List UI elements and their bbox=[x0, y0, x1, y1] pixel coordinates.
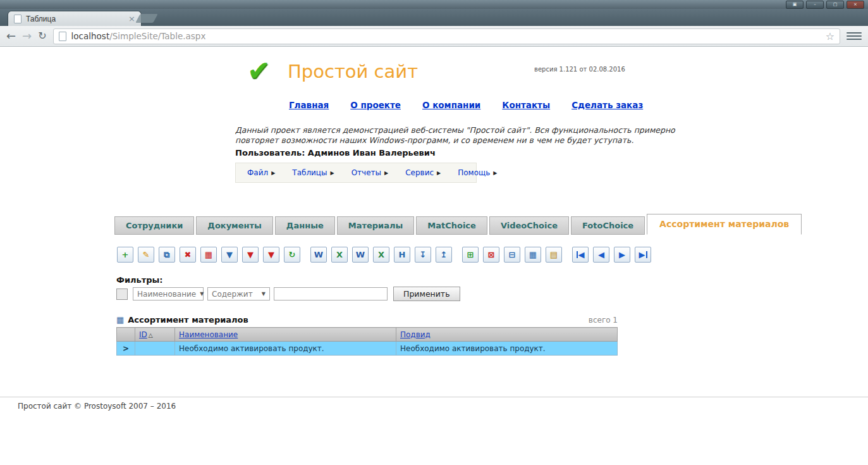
table-block: ▦ Ассортимент материалов всего 1 ID△ Наи… bbox=[116, 314, 618, 356]
page-content: ✔ Простой сайт версия 1.121 от 02.08.201… bbox=[0, 47, 868, 465]
nav-prev-icon[interactable]: ◀ bbox=[593, 247, 609, 263]
chrome-menu-icon[interactable] bbox=[847, 30, 862, 42]
column-header-name: Наименование bbox=[175, 328, 396, 342]
tab-sotrudniki[interactable]: Сотрудники bbox=[114, 216, 194, 235]
menu-caret-icon: ▶ bbox=[384, 170, 388, 176]
table-grid-icon: ▦ bbox=[116, 316, 124, 324]
filter-checkbox[interactable] bbox=[116, 288, 128, 300]
column-settings-icon[interactable]: ⊟ bbox=[504, 247, 520, 263]
menu-caret-icon: ▶ bbox=[271, 170, 275, 176]
window-titlebar: ▣ – ▢ × bbox=[0, 0, 868, 9]
cell-name: Необходимо активировать продукт. bbox=[175, 342, 396, 356]
url-path: /SimpleSite/Table.aspx bbox=[109, 31, 205, 41]
intro-line-1: Данный проект является демонстрацией веб… bbox=[235, 125, 675, 135]
version-text: версия 1.121 от 02.08.2016 bbox=[534, 66, 625, 73]
chevron-down-icon: ▼ bbox=[262, 291, 266, 297]
browser-tab-strip: Таблица × bbox=[0, 9, 868, 26]
delete-record-icon[interactable]: ✖ bbox=[180, 247, 196, 263]
copy-record-icon[interactable]: ⧉ bbox=[159, 247, 175, 263]
menu-caret-icon: ▶ bbox=[493, 170, 497, 176]
site-title: Простой сайт bbox=[288, 61, 418, 82]
tab-fotochoice[interactable]: FotoChoice bbox=[571, 216, 645, 235]
menu-caret-icon: ▶ bbox=[331, 170, 334, 176]
tab-dannye[interactable]: Данные bbox=[275, 216, 335, 235]
report-word-icon[interactable]: W bbox=[352, 247, 369, 263]
menu-item-tables[interactable]: Таблицы▶ bbox=[292, 168, 334, 177]
window-close-button[interactable]: × bbox=[847, 1, 864, 9]
tab-materialy[interactable]: Материалы bbox=[337, 216, 415, 235]
nav-link-about-company[interactable]: О компании bbox=[422, 100, 480, 110]
filter-field-value: Наименование bbox=[137, 290, 196, 299]
tab-dokumenty[interactable]: Документы bbox=[196, 216, 273, 235]
site-nav: Главная О проекте О компании Контакты Сд… bbox=[289, 100, 643, 110]
url-domain: localhost bbox=[71, 31, 110, 41]
record-toolbar: + ✎ ⧉ ✖ ▦ ▼ ▼ ▼ ↻ W X W X H ↧ ↥ ⊞ ⊠ ⊟ ▦ … bbox=[117, 247, 651, 263]
filter-clear-icon[interactable]: ▼ bbox=[242, 247, 259, 263]
table-view-icon[interactable]: ▤ bbox=[546, 247, 562, 263]
tab-videochoice[interactable]: VideoChoice bbox=[489, 216, 569, 235]
nav-next-icon[interactable]: ▶ bbox=[614, 247, 630, 263]
tab-assortiment-materialov[interactable]: Ассортимент материалов bbox=[647, 214, 802, 235]
address-bar[interactable]: localhost/SimpleSite/Table.aspx ☆ bbox=[53, 28, 840, 44]
table-header-row: ID△ Наименование Подвид bbox=[117, 328, 618, 342]
browser-tab-title: Таблица bbox=[26, 15, 56, 23]
intro-line-2: повторяет возможности наших Windows-прог… bbox=[235, 135, 675, 146]
filter-condition-select[interactable]: Содержит ▼ bbox=[207, 287, 270, 301]
report-excel-icon[interactable]: X bbox=[373, 247, 389, 263]
forward-icon[interactable]: → bbox=[22, 30, 32, 42]
filter-delete-icon[interactable]: ▼ bbox=[263, 247, 279, 263]
tab-close-icon[interactable]: × bbox=[128, 15, 135, 23]
refresh-icon[interactable]: ↻ bbox=[284, 247, 300, 263]
menu-item-reports[interactable]: Отчеты▶ bbox=[351, 168, 389, 177]
nav-link-order[interactable]: Сделать заказ bbox=[572, 100, 643, 110]
sort-asc-icon: △ bbox=[149, 332, 153, 338]
data-table: ID△ Наименование Подвид > Необходимо акт… bbox=[116, 327, 618, 356]
nav-link-about-project[interactable]: О проекте bbox=[350, 100, 401, 110]
tab-matchoice[interactable]: MatChoice bbox=[416, 216, 487, 235]
add-record-icon[interactable]: + bbox=[117, 247, 133, 263]
filter-field-select[interactable]: Наименование ▼ bbox=[133, 287, 204, 301]
filter-icon[interactable]: ▼ bbox=[221, 247, 238, 263]
export-data-icon[interactable]: ↥ bbox=[436, 247, 452, 263]
add-column-icon[interactable]: ⊞ bbox=[462, 247, 479, 263]
edit-record-icon[interactable]: ✎ bbox=[138, 247, 154, 263]
screen: ▣ – ▢ × Таблица × ← → ↻ localhost/Simple… bbox=[0, 0, 868, 465]
export-html-icon[interactable]: H bbox=[394, 247, 410, 263]
export-word-icon[interactable]: W bbox=[310, 247, 327, 263]
clear-table-icon[interactable]: ▦ bbox=[200, 247, 217, 263]
filter-value-input[interactable] bbox=[274, 287, 388, 301]
table-row[interactable]: > Необходимо активировать продукт. Необх… bbox=[117, 342, 618, 356]
menu-item-help[interactable]: Помощь▶ bbox=[458, 168, 497, 177]
chevron-down-icon: ▼ bbox=[200, 291, 204, 297]
bookmark-star-icon[interactable]: ☆ bbox=[826, 30, 834, 42]
site-logo-checkmark-icon: ✔ bbox=[247, 54, 271, 87]
intro-text: Данный проект является демонстрацией веб… bbox=[235, 125, 675, 146]
window-maximize-button[interactable]: ▢ bbox=[826, 1, 844, 9]
filters-label: Фильтры: bbox=[116, 275, 163, 285]
marker-column-header bbox=[117, 328, 135, 342]
nav-last-icon[interactable]: ▶ bbox=[635, 247, 651, 263]
user-line: Пользователь: Админов Иван Валерьевич bbox=[235, 148, 436, 158]
delete-column-icon[interactable]: ⊠ bbox=[483, 247, 499, 263]
table-tabs: Сотрудники Документы Данные Материалы Ma… bbox=[114, 214, 802, 235]
nav-link-contacts[interactable]: Контакты bbox=[502, 100, 550, 110]
back-icon[interactable]: ← bbox=[6, 30, 16, 42]
window-minimize-button[interactable]: – bbox=[806, 1, 824, 9]
window-extra-button[interactable]: ▣ bbox=[786, 1, 804, 9]
nav-first-icon[interactable]: ◀ bbox=[572, 247, 589, 263]
menu-item-file[interactable]: Файл▶ bbox=[247, 168, 275, 177]
browser-tab[interactable]: Таблица × bbox=[8, 11, 142, 26]
reload-icon[interactable]: ↻ bbox=[38, 30, 46, 42]
column-header-id: ID△ bbox=[135, 328, 175, 342]
table-structure-icon[interactable]: ▦ bbox=[525, 247, 541, 263]
apply-filter-button[interactable]: Применить bbox=[393, 287, 460, 301]
new-tab-button[interactable] bbox=[135, 14, 157, 23]
browser-toolbar: ← → ↻ localhost/SimpleSite/Table.aspx ☆ bbox=[0, 26, 868, 47]
cell-id bbox=[135, 342, 175, 356]
row-marker: > bbox=[117, 342, 135, 356]
table-title-row: ▦ Ассортимент материалов всего 1 bbox=[116, 314, 618, 325]
export-excel-icon[interactable]: X bbox=[331, 247, 348, 263]
nav-link-home[interactable]: Главная bbox=[289, 100, 329, 110]
import-data-icon[interactable]: ↧ bbox=[415, 247, 431, 263]
menu-item-service[interactable]: Сервис▶ bbox=[405, 168, 441, 177]
